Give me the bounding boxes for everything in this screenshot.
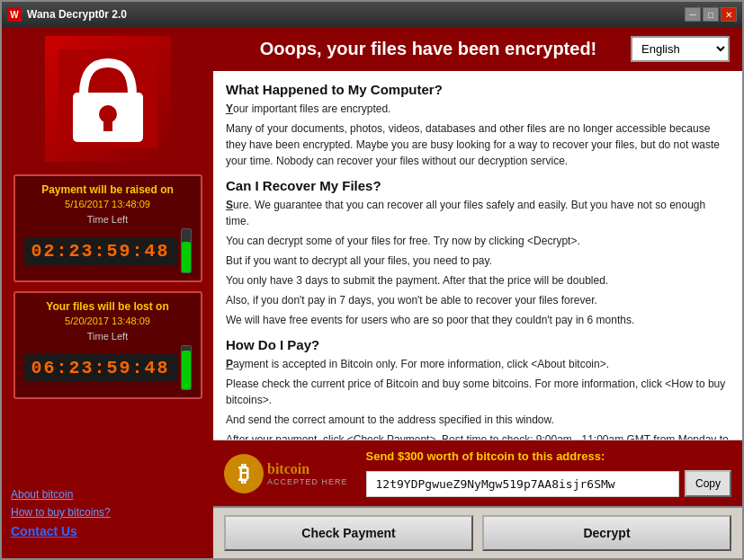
decrypt-button[interactable]: Decrypt [482, 515, 731, 551]
timer1-progress [181, 228, 192, 273]
section2-para1: Sure. We guarantee that you can recover … [226, 197, 730, 229]
send-label: Send $300 worth of bitcoin to this addre… [366, 449, 731, 463]
timer2-display-row: 06:23:59:48 [24, 345, 192, 390]
section3-para2: Please check the current price of Bitcoi… [226, 376, 730, 408]
copy-button[interactable]: Copy [685, 470, 731, 497]
section3-para3: And send the correct amount to the addre… [226, 412, 730, 428]
close-button[interactable]: ✕ [721, 7, 737, 22]
contact-us-link[interactable]: Contact Us [11, 524, 204, 538]
timer2-label: Time Left [24, 331, 192, 342]
btc-text-block: bitcoin ACCEPTED HERE [267, 461, 348, 486]
timer2-progress-fill [182, 351, 191, 389]
timer1-label: Time Left [24, 214, 192, 225]
check-payment-button[interactable]: Check Payment [224, 515, 473, 551]
left-links: About bitcoin How to buy bitcoins? Conta… [11, 483, 204, 549]
section2-para6: We will have free events for users who a… [226, 312, 730, 328]
timer1-warning: Payment will be raised on [24, 183, 192, 196]
timer2-warning: Your files will be lost on [24, 300, 192, 313]
bitcoin-address[interactable] [366, 471, 679, 497]
right-header: Ooops, your files have been encrypted! E… [213, 27, 742, 71]
scroll-area[interactable]: What Happened to My Computer? Your impor… [213, 71, 742, 440]
bottom-buttons: Check Payment Decrypt [213, 506, 742, 558]
timer1-date: 5/16/2017 13:48:09 [24, 199, 192, 209]
minimize-button[interactable]: ─ [685, 7, 701, 22]
btc-label: bitcoin [267, 461, 348, 477]
lock-image [45, 36, 171, 162]
timer1-progress-fill [182, 242, 191, 272]
section1-para2: Many of your documents, photos, videos, … [226, 120, 730, 169]
address-row: Copy [366, 470, 731, 497]
main-window: W Wana Decrypt0r 2.0 ─ □ ✕ [0, 0, 744, 560]
section2-para2: You can decrypt some of your files for f… [226, 233, 730, 249]
title-bar: W Wana Decrypt0r 2.0 ─ □ ✕ [2, 2, 742, 27]
timer1-display-row: 02:23:59:48 [24, 228, 192, 273]
timer2-date: 5/20/2017 13:48:09 [24, 316, 192, 326]
title-bar-controls: ─ □ ✕ [685, 7, 737, 22]
timer-box-2: Your files will be lost on 5/20/2017 13:… [13, 291, 202, 399]
section2-para4: You only have 3 days to submit the payme… [226, 272, 730, 289]
app-icon: W [7, 7, 22, 22]
section3-para4: After your payment, click <Check Payment… [226, 431, 730, 440]
maximize-button[interactable]: □ [703, 7, 719, 22]
section2-title: Can I Recover My Files? [226, 178, 730, 193]
section2-para5: Also, if you don't pay in 7 days, you wo… [226, 292, 730, 308]
language-select[interactable]: English Deutsch Español Français Italian… [631, 36, 730, 62]
header-title: Ooops, your files have been encrypted! [226, 39, 631, 59]
main-content: Payment will be raised on 5/16/2017 13:4… [2, 27, 742, 558]
timer2-digits: 06:23:59:48 [24, 354, 177, 382]
address-block: Send $300 worth of bitcoin to this addre… [366, 449, 731, 497]
btc-logo-area: ₿ bitcoin ACCEPTED HERE [224, 454, 348, 493]
btc-circle: ₿ [224, 454, 264, 493]
svg-text:W: W [10, 10, 19, 20]
right-panel: Ooops, your files have been encrypted! E… [213, 27, 742, 558]
section2-para3: But if you want to decrypt all your file… [226, 253, 730, 269]
section1-title: What Happened to My Computer? [226, 82, 730, 97]
about-bitcoin-link[interactable]: About bitcoin [11, 488, 204, 501]
section3-title: How Do I Pay? [226, 337, 730, 352]
bitcoin-section: ₿ bitcoin ACCEPTED HERE Send $300 worth … [213, 440, 742, 506]
window-title: Wana Decrypt0r 2.0 [27, 8, 127, 21]
section1-para1: Your important files are encrypted. [226, 101, 730, 117]
left-panel: Payment will be raised on 5/16/2017 13:4… [2, 27, 213, 558]
title-bar-left: W Wana Decrypt0r 2.0 [7, 7, 127, 22]
timer2-progress [181, 345, 192, 390]
section3-para1: Payment is accepted in Bitcoin only. For… [226, 356, 730, 372]
btc-sublabel: ACCEPTED HERE [267, 477, 348, 486]
how-to-buy-link[interactable]: How to buy bitcoins? [11, 506, 204, 519]
timer-box-1: Payment will be raised on 5/16/2017 13:4… [13, 174, 202, 282]
svg-rect-5 [103, 117, 112, 131]
timer1-digits: 02:23:59:48 [24, 237, 177, 265]
